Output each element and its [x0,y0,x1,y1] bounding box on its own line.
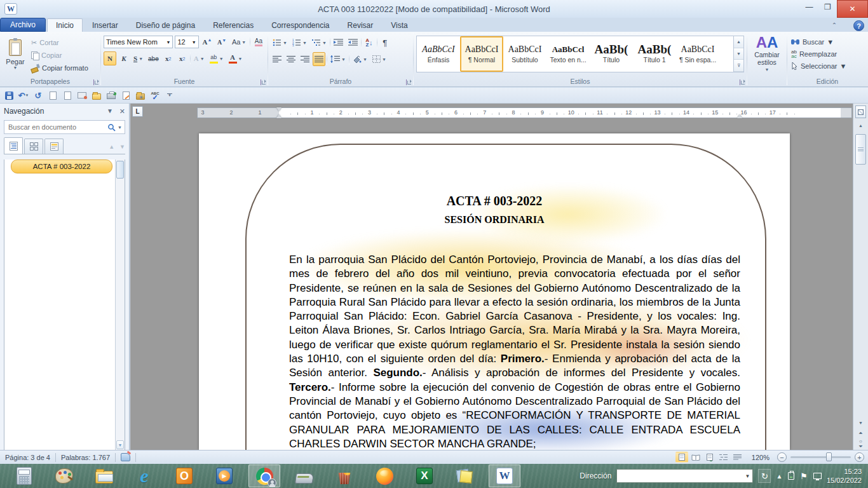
taskbar-word-button[interactable]: W [489,464,520,487]
vertical-scrollbar[interactable]: ▲ ▼ ⏶ ○ ⏷ [853,104,868,450]
restore-button[interactable]: ❐ [818,0,837,14]
spelling-grammar-icon[interactable]: ABC✓ [149,89,161,102]
style-enfasis[interactable]: AaBbCcI Énfasis [417,36,460,72]
word-count[interactable]: Palabras: 1.767 [56,451,115,464]
hidden-icons-icon[interactable]: ▲ [776,473,782,480]
right-indent-marker[interactable] [737,114,742,118]
edit-document-icon[interactable] [119,89,132,102]
tab-referencias[interactable]: Referencias [205,19,262,32]
navigation-scroll-down-icon[interactable]: ▼ [116,440,124,449]
highlight-color-button[interactable]: ab▼ [208,51,226,65]
text-effects-button[interactable]: A▼ [192,51,207,65]
usb-device-icon[interactable] [788,472,794,480]
body-paragraph[interactable]: En la parroquia San Plácido del Cantón P… [289,253,740,450]
open-folder-icon[interactable] [90,89,103,102]
close-button[interactable]: ✕ [837,0,868,18]
grow-font-button[interactable]: A▲ [201,35,214,49]
address-bar[interactable]: ▼ [616,469,753,483]
print-preview-icon[interactable] [46,89,59,102]
navigation-scrollbar[interactable]: ▼ [115,159,125,450]
superscript-button[interactable]: x2 [176,51,189,65]
styles-scroll-up-icon[interactable]: ▲ [734,36,743,48]
format-painter-button[interactable]: Copiar formato [29,62,90,74]
browse-results-tab[interactable] [44,139,64,154]
hanging-indent-marker[interactable] [276,114,281,118]
quick-print-icon[interactable] [105,89,118,102]
find-button[interactable]: Buscar▼ [789,36,866,48]
taskbar-clock[interactable]: 15:23 15/02/2022 [827,467,862,485]
decrease-indent-button[interactable] [332,36,345,50]
outline-view-button[interactable] [717,452,730,463]
nav-heading-item[interactable]: ACTA # 003-2022 [11,159,112,173]
replace-button[interactable]: abac Reemplazar [789,48,866,60]
search-icon[interactable] [107,123,116,132]
next-heading-icon[interactable]: ▼ [119,144,125,150]
taskbar-outlook-icon[interactable]: O [174,466,194,486]
style-titulo-1[interactable]: AaBb( Título 1 [633,36,676,72]
scrollbar-thumb[interactable] [855,134,866,165]
zoom-level[interactable]: 120% [752,454,770,461]
change-case-button[interactable]: Aa▼ [230,35,248,49]
line-spacing-button[interactable]: ▼ [329,52,348,66]
navigation-options-icon[interactable]: ▼ [107,107,113,116]
align-center-button[interactable] [285,52,297,66]
tab-vista[interactable]: Vista [383,19,416,32]
taskbar-scanner-icon[interactable] [294,466,315,486]
cut-button[interactable]: ✂ Cortar [29,36,90,49]
scroll-up-icon[interactable]: ▲ [855,121,866,130]
save-icon[interactable] [3,89,15,102]
align-right-button[interactable] [299,52,311,66]
collapse-ribbon-icon[interactable]: ⌃ [829,22,839,30]
folder-tools-icon[interactable]: ✳ [134,89,147,102]
zoom-slider-thumb[interactable] [826,452,832,461]
tab-correspondencia[interactable]: Correspondencia [263,19,337,32]
taskbar-sticky-notes-icon[interactable] [454,466,475,486]
styles-dialog-launcher[interactable] [740,79,745,85]
zoom-out-icon[interactable]: − [777,452,787,462]
mail-attachment-icon[interactable] [76,89,88,102]
taskbar-paint-icon[interactable] [54,466,74,486]
bold-button[interactable]: N [104,51,116,65]
tab-archivo[interactable]: Archivo [0,18,46,32]
underline-button[interactable]: S▼ [132,51,145,65]
font-color-button[interactable]: A▼ [227,51,245,65]
taskbar-media-player-icon[interactable]: ▶ [214,466,234,486]
document-page[interactable]: ACTA # 003-2022 SESIÓN ORDINARIA En la p… [199,133,790,450]
shrink-font-button[interactable]: A▼ [215,35,228,49]
new-document-icon[interactable] [61,89,74,102]
tab-inicio[interactable]: Inicio [47,18,83,32]
clear-formatting-button[interactable]: Aa [252,35,265,49]
borders-button[interactable]: ▼ [370,52,388,66]
address-input[interactable] [617,472,742,480]
tab-stop-selector[interactable]: L [132,106,143,117]
page-indicator[interactable]: Página: 3 de 4 [0,451,55,464]
ruler-toggle-button[interactable] [855,105,866,118]
search-options-icon[interactable]: ▼ [118,125,122,130]
qat-more-icon[interactable]: ▼ [163,89,176,102]
draft-view-button[interactable] [731,452,744,463]
tab-insertar[interactable]: Insertar [84,19,126,32]
ruler[interactable]: 3211234567891011121314151617 [197,107,852,118]
multilevel-list-button[interactable]: ▼ [310,36,329,50]
bullets-button[interactable]: ▼ [271,36,289,50]
taskbar-calculator-icon[interactable] [14,466,34,486]
shading-button[interactable]: ▼ [351,52,369,66]
subscript-button[interactable]: x2 [162,51,175,65]
font-dialog-launcher[interactable] [261,79,266,85]
print-layout-view-button[interactable] [675,452,688,463]
font-family-combo[interactable]: Times New Rom▼ [104,36,173,48]
style-subtitulo[interactable]: AaBbCcI Subtítulo [503,36,546,72]
style-titulo[interactable]: AaBb( Título [590,36,633,72]
select-button[interactable]: Seleccionar▼ [789,60,866,72]
style-texto-en-negrita[interactable]: AaBbCcl Texto en n... [546,36,590,72]
previous-heading-icon[interactable]: ▲ [109,144,114,150]
increase-indent-button[interactable] [346,36,360,50]
font-size-combo[interactable]: 12▼ [175,36,198,48]
browse-pages-tab[interactable] [24,139,43,154]
web-layout-view-button[interactable] [703,452,716,463]
justify-button[interactable] [313,52,325,66]
browse-headings-tab[interactable] [4,137,23,154]
paragraph-dialog-launcher[interactable] [406,79,412,85]
navigation-search-box[interactable]: ▼ [4,120,125,134]
styles-expand-icon[interactable]: ⊽ [734,60,743,72]
